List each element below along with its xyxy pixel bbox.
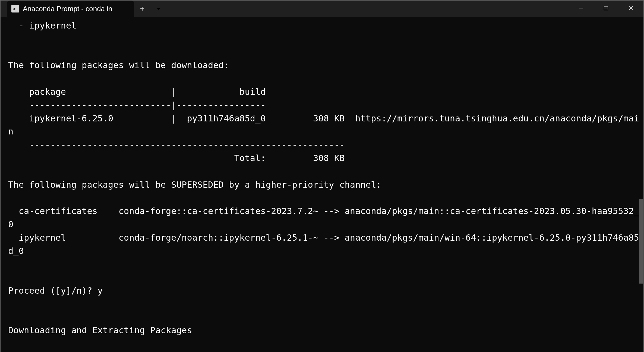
terminal-output: - ipykernel The following packages will …	[8, 20, 639, 352]
tab-strip: Anaconda Prompt - conda in +	[1, 1, 167, 17]
close-window-button[interactable]	[618, 1, 643, 16]
tab-dropdown-button[interactable]	[150, 1, 167, 17]
terminal-area[interactable]: - ipykernel The following packages will …	[1, 17, 643, 352]
terminal-icon	[11, 5, 19, 12]
chevron-down-icon	[156, 6, 162, 12]
close-icon	[628, 5, 634, 11]
titlebar: Anaconda Prompt - conda in +	[1, 1, 643, 17]
maximize-icon	[604, 6, 608, 11]
svg-line-0	[124, 7, 127, 11]
svg-rect-3	[604, 6, 608, 10]
window-controls	[569, 1, 643, 16]
minimize-icon	[578, 5, 584, 11]
scrollbar-thumb[interactable]	[639, 199, 643, 284]
close-icon	[123, 6, 128, 11]
tab-title: Anaconda Prompt - conda in	[23, 5, 118, 13]
terminal-window: Anaconda Prompt - conda in + - ipykern	[0, 0, 644, 352]
new-tab-button[interactable]: +	[134, 1, 150, 17]
tab-active[interactable]: Anaconda Prompt - conda in	[7, 1, 134, 17]
maximize-button[interactable]	[594, 1, 618, 16]
svg-line-1	[124, 7, 127, 11]
close-tab-button[interactable]	[122, 5, 129, 12]
minimize-button[interactable]	[569, 1, 594, 16]
